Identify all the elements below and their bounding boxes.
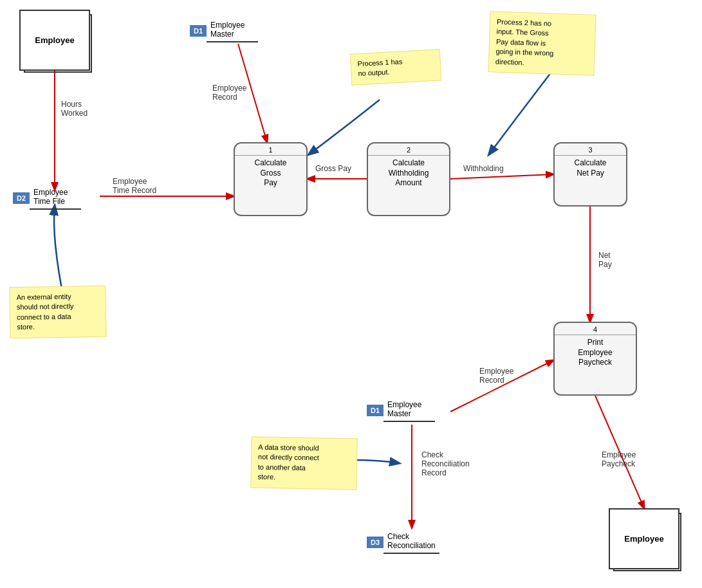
label-hours-worked: HoursWorked [61,100,88,118]
label-gross-pay: Gross Pay [315,164,351,173]
d1-top-label: EmployeeMaster [207,19,258,42]
label-employee-paycheck: EmployeePaycheck [602,450,636,468]
d3-id: D3 [367,537,383,548]
p1-label: CalculateGrossPay [252,158,289,188]
sticky-2-text: Process 2 has noinput. The GrossPay data… [495,18,554,66]
sticky-1-text: Process 1 hasno output. [357,57,402,77]
employee-top-entity: Employee [19,10,90,71]
svg-line-4 [450,174,553,179]
label-employee-time-record: EmployeeTime Record [113,177,156,195]
process-2: 2 CalculateWithholdingAmount [367,142,450,216]
label-employee-record-top: EmployeeRecord [212,84,246,102]
sticky-note-1: Process 1 hasno output. [350,49,441,85]
d1-bottom-label: EmployeeMaster [383,399,435,422]
p2-num: 2 [368,146,449,156]
data-store-d1-top: D1 EmployeeMaster [190,19,258,42]
d3-label: CheckReconciliation [383,531,439,554]
process-3: 3 CalculateNet Pay [553,142,627,207]
employee-bottom-label: Employee [624,534,663,544]
p3-num: 3 [555,146,626,156]
d2-id: D2 [13,192,30,204]
diagram-container: Employee Employee D1 EmployeeMaster D2 E… [0,0,702,588]
sticky-note-3: An external entityshould not directlycon… [9,286,106,338]
employee-top-label: Employee [35,35,74,45]
p3-label: CalculateNet Pay [571,158,609,178]
label-check-reconciliation-record: CheckReconciliationRecord [421,450,470,477]
d2-label: EmployeeTime File [30,187,81,210]
sticky-note-2: Process 2 has noinput. The GrossPay data… [488,11,596,76]
p4-num: 4 [555,326,636,335]
d1-bottom-id: D1 [367,405,383,416]
label-withholding: Withholding [463,164,504,173]
p4-label: PrintEmployeePaycheck [575,338,614,368]
employee-bottom-entity: Employee [609,508,679,569]
data-store-d3: D3 CheckReconciliation [367,531,439,554]
p2-label: CalculateWithholdingAmount [386,158,432,188]
d1-top-id: D1 [190,25,207,37]
process-1: 1 CalculateGrossPay [234,142,308,216]
label-net-pay: NetPay [598,251,612,269]
sticky-4-text: A data store shouldnot directly connectt… [258,443,320,481]
data-store-d1-bottom: D1 EmployeeMaster [367,399,435,422]
sticky-note-4: A data store shouldnot directly connectt… [250,437,357,490]
p1-num: 1 [235,146,306,156]
label-employee-record-bottom: EmployeeRecord [479,367,513,385]
data-store-d2: D2 EmployeeTime File [13,187,81,210]
process-4: 4 PrintEmployeePaycheck [553,322,637,396]
sticky-3-text: An external entityshould not directlycon… [16,293,73,331]
